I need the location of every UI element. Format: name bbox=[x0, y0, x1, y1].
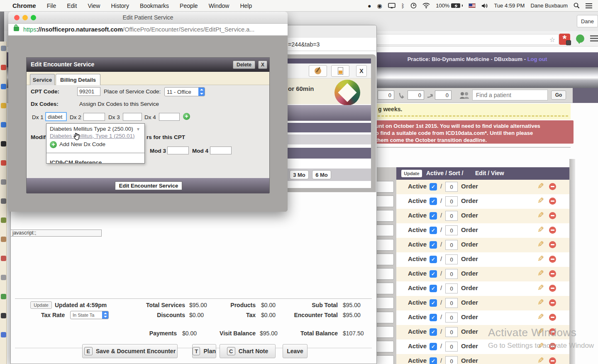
menu-item-view[interactable]: View bbox=[88, 2, 100, 9]
active-checkbox[interactable]: ✓ bbox=[430, 299, 437, 307]
edit-pencil-icon[interactable]: ✎ bbox=[537, 341, 544, 351]
row-amount-box[interactable] bbox=[376, 297, 394, 309]
order-link[interactable]: Order bbox=[461, 270, 478, 277]
order-link[interactable]: Order bbox=[461, 299, 478, 306]
menu-item-help[interactable]: Help bbox=[240, 2, 252, 9]
order-link[interactable]: Order bbox=[461, 357, 478, 364]
print-button[interactable] bbox=[309, 65, 327, 77]
dock-app-icon-14[interactable] bbox=[1, 294, 6, 299]
dx4-input[interactable] bbox=[159, 113, 180, 121]
counter-box-1[interactable]: 0 bbox=[378, 90, 394, 100]
menu-item-people[interactable]: People bbox=[180, 2, 198, 9]
order-link[interactable]: Order bbox=[461, 197, 478, 204]
dock-app-icon-10[interactable] bbox=[1, 217, 6, 223]
order-link[interactable]: Order bbox=[461, 284, 478, 291]
menu-item-file[interactable]: File bbox=[47, 2, 56, 9]
active-checkbox[interactable]: ✓ bbox=[430, 285, 437, 292]
edit-pencil-icon[interactable]: ✎ bbox=[537, 225, 544, 235]
edit-pencil-icon[interactable]: ✎ bbox=[537, 210, 544, 220]
sort-input[interactable] bbox=[445, 298, 458, 308]
order-link[interactable]: Order bbox=[461, 212, 478, 219]
sort-input[interactable] bbox=[445, 269, 458, 279]
dock-app-icon-2[interactable] bbox=[1, 65, 6, 70]
sort-input[interactable] bbox=[445, 196, 458, 206]
bluetooth-icon[interactable]: ᛒ bbox=[401, 3, 405, 9]
go-button[interactable]: Go bbox=[551, 90, 566, 100]
active-checkbox[interactable]: ✓ bbox=[430, 256, 437, 263]
notification-center-icon[interactable] bbox=[586, 3, 592, 8]
edit-pencil-icon[interactable]: ✎ bbox=[537, 254, 544, 264]
remove-icon[interactable] bbox=[549, 314, 556, 321]
remove-icon[interactable] bbox=[549, 285, 556, 292]
leave-button[interactable]: Leave bbox=[283, 344, 308, 358]
delete-button[interactable]: Delete bbox=[233, 61, 255, 69]
add-new-dx-link[interactable]: +Add New Dx Code bbox=[50, 141, 105, 148]
remove-icon[interactable] bbox=[549, 270, 556, 277]
mod4-input[interactable] bbox=[210, 147, 232, 154]
row-amount-box[interactable] bbox=[376, 239, 394, 251]
icd9-reference-link[interactable]: ICD9-CM Reference bbox=[50, 159, 102, 164]
edit-pencil-icon[interactable]: ✎ bbox=[537, 181, 544, 191]
row-amount-box[interactable] bbox=[376, 225, 394, 236]
dock-app-icon-15[interactable] bbox=[1, 313, 6, 318]
popup-urlbar[interactable]: https://nsofficepro.naturaesoft.com/Offi… bbox=[8, 24, 288, 36]
dock-app-icon-13[interactable] bbox=[1, 275, 6, 280]
active-checkbox[interactable]: ✓ bbox=[430, 227, 437, 234]
row-amount-box[interactable] bbox=[376, 181, 394, 193]
sort-input[interactable] bbox=[445, 313, 458, 322]
dock-app-icon-5[interactable] bbox=[1, 122, 6, 127]
dock-app-icon-1[interactable] bbox=[1, 46, 6, 51]
dock-app-icon-16[interactable] bbox=[1, 332, 6, 337]
row-amount-box[interactable] bbox=[376, 195, 394, 207]
edit-pencil-icon[interactable]: ✎ bbox=[537, 269, 544, 278]
menu-item-chrome[interactable]: Chrome bbox=[12, 2, 36, 9]
sort-input[interactable] bbox=[445, 211, 458, 221]
dx1-input[interactable] bbox=[45, 112, 67, 121]
tab-service[interactable]: Service bbox=[30, 74, 55, 85]
menu-user[interactable]: Dane Buxbaum bbox=[530, 2, 568, 9]
mod3-input[interactable] bbox=[167, 147, 189, 154]
edit-pencil-icon[interactable]: ✎ bbox=[537, 239, 544, 249]
dock-app-icon-7[interactable] bbox=[1, 160, 6, 166]
remove-icon[interactable] bbox=[549, 212, 556, 219]
dock-app-icon-6[interactable] bbox=[1, 141, 6, 147]
clock-icon[interactable] bbox=[410, 2, 417, 9]
sort-input[interactable] bbox=[445, 356, 458, 364]
remove-icon[interactable] bbox=[549, 357, 556, 364]
order-link[interactable]: Order bbox=[461, 255, 478, 262]
document-button[interactable] bbox=[331, 65, 349, 77]
dock-app-icon-4[interactable] bbox=[1, 103, 6, 108]
order-link[interactable]: Order bbox=[461, 342, 478, 349]
active-checkbox[interactable]: ✓ bbox=[430, 241, 437, 249]
menu-item-history[interactable]: History bbox=[111, 2, 129, 9]
dock-app-icon-12[interactable] bbox=[1, 256, 6, 261]
edit-pencil-icon[interactable]: ✎ bbox=[537, 196, 544, 205]
edit-encounter-service-button[interactable]: Edit Encounter Service bbox=[115, 181, 182, 190]
active-checkbox[interactable]: ✓ bbox=[430, 212, 437, 220]
remove-icon[interactable] bbox=[549, 256, 556, 263]
sort-input[interactable] bbox=[445, 327, 458, 337]
spotlight-search-icon[interactable] bbox=[574, 2, 580, 9]
chart-note-button[interactable]: C Chart Note bbox=[220, 344, 276, 358]
plan-button[interactable]: T Plan bbox=[192, 344, 216, 358]
bookmark-star-icon[interactable]: ☆ bbox=[549, 36, 555, 44]
dx-option-type2[interactable]: Diabetes Mellitus Type 2 (250.00) bbox=[50, 126, 133, 132]
balloon-icon[interactable]: ● bbox=[368, 3, 371, 9]
sort-input[interactable] bbox=[445, 254, 458, 264]
order-link[interactable]: Order bbox=[461, 241, 478, 248]
browser-menu-icon[interactable] bbox=[590, 35, 598, 42]
counter-box-2[interactable]: 0 bbox=[408, 90, 424, 100]
cpt-code-input[interactable] bbox=[77, 87, 100, 96]
remove-icon[interactable] bbox=[549, 343, 556, 350]
menu-item-window[interactable]: Window bbox=[209, 2, 229, 9]
dx-option-type1[interactable]: Diabetes Mellitus, Type 1 (250.01) bbox=[50, 133, 135, 139]
menu-item-bookmarks[interactable]: Bookmarks bbox=[140, 2, 169, 9]
menu-item-edit[interactable]: Edit bbox=[67, 2, 77, 9]
summary-update-button[interactable]: Update bbox=[30, 301, 52, 309]
battery-indicator[interactable]: 100% bbox=[436, 2, 463, 9]
airplay-display-icon[interactable] bbox=[388, 3, 395, 9]
dock-app-icon-9[interactable] bbox=[1, 198, 6, 204]
sort-input[interactable] bbox=[445, 240, 458, 250]
edit-pencil-icon[interactable]: ✎ bbox=[537, 356, 544, 364]
order-link[interactable]: Order bbox=[461, 328, 478, 335]
